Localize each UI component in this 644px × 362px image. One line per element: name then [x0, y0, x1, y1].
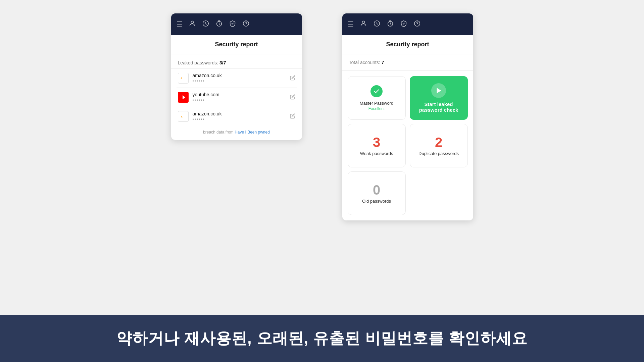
site-info: amazon.co.uk ••••••: [193, 73, 286, 84]
edit-icon[interactable]: [290, 94, 295, 101]
svg-point-0: [191, 21, 193, 23]
left-panel-title: Security report: [215, 41, 258, 48]
shield-icon[interactable]: [400, 20, 407, 29]
total-accounts: Total accounts: 7: [342, 54, 473, 71]
password-list: a amazon.co.uk ••••••: [171, 69, 302, 126]
old-passwords-card[interactable]: 0 Old passwords: [348, 171, 406, 215]
site-info: youtube.com ••••••: [193, 92, 286, 103]
site-password: ••••••: [193, 79, 286, 84]
site-info: amazon.co.uk ••••••: [193, 111, 286, 122]
account-icon[interactable]: [360, 20, 367, 29]
start-leaked-card[interactable]: Start leaked password check: [410, 76, 468, 120]
svg-text:a: a: [181, 76, 183, 80]
site-password: ••••••: [193, 117, 286, 122]
main-area: ☰: [0, 0, 644, 315]
master-password-card[interactable]: Master Password Excellent: [348, 76, 406, 120]
svg-point-7: [362, 21, 364, 23]
account-icon[interactable]: [189, 20, 196, 29]
old-passwords-label: Old passwords: [362, 199, 391, 204]
right-panel: ☰: [342, 13, 473, 220]
leaked-count: 3/7: [219, 60, 226, 65]
clock-icon[interactable]: [373, 20, 381, 29]
weak-passwords-card[interactable]: 3 Weak passwords: [348, 124, 406, 167]
master-password-label: Master Password: [360, 101, 393, 106]
clock-icon[interactable]: [202, 20, 209, 29]
leaked-label: Leaked passwords: 3/7: [178, 60, 226, 65]
duplicate-count: 2: [435, 136, 442, 149]
help-icon[interactable]: [242, 20, 250, 29]
svg-marker-5: [183, 95, 185, 99]
menu-icon[interactable]: ☰: [348, 20, 354, 28]
play-icon-container: [431, 83, 446, 98]
timer-icon[interactable]: [215, 20, 223, 29]
list-item[interactable]: a amazon.co.uk ••••••: [177, 69, 297, 88]
site-name: youtube.com: [193, 92, 286, 97]
total-count: 7: [382, 60, 384, 65]
list-item[interactable]: youtube.com ••••••: [177, 88, 297, 107]
old-count: 0: [373, 183, 380, 197]
banner-text: 약하거나 재사용된, 오래된, 유출된 비밀번호를 확인하세요: [116, 328, 527, 349]
svg-text:a: a: [181, 115, 183, 118]
left-panel: ☰: [171, 13, 302, 140]
youtube-icon: [178, 92, 189, 103]
amazon-icon: a: [178, 73, 189, 84]
edit-icon[interactable]: [290, 75, 295, 82]
timer-icon[interactable]: [387, 20, 394, 29]
duplicate-passwords-label: Duplicate passwords: [418, 151, 459, 156]
left-panel-header: ☰: [171, 13, 302, 35]
shield-icon[interactable]: [229, 20, 236, 29]
weak-count: 3: [373, 136, 380, 149]
site-name: amazon.co.uk: [193, 111, 286, 116]
right-panel-title-bar: Security report: [342, 35, 473, 54]
right-panel-header: ☰: [342, 13, 473, 35]
edit-icon[interactable]: [290, 113, 295, 120]
help-icon[interactable]: [413, 20, 421, 29]
master-password-sublabel: Excellent: [368, 106, 385, 111]
breach-link[interactable]: Have I Been pwned: [235, 130, 270, 135]
weak-passwords-label: Weak passwords: [360, 151, 393, 156]
menu-icon[interactable]: ☰: [177, 20, 183, 28]
bottom-banner: 약하거나 재사용된, 오래된, 유출된 비밀번호를 확인하세요: [0, 315, 644, 362]
amazon-icon: a: [178, 111, 189, 122]
leaked-section: Leaked passwords: 3/7: [171, 54, 302, 69]
site-name: amazon.co.uk: [193, 73, 286, 78]
right-panel-title: Security report: [386, 41, 429, 48]
svg-marker-11: [437, 88, 441, 94]
list-item[interactable]: a amazon.co.uk ••••••: [177, 107, 297, 126]
cards-grid: Master Password Excellent Start leaked p…: [342, 71, 473, 220]
breach-note: breach data from Have I Been pwned: [171, 126, 302, 140]
start-leaked-label: Start leaked password check: [415, 101, 462, 113]
check-icon-container: [370, 85, 383, 97]
site-password: ••••••: [193, 98, 286, 103]
left-panel-title-bar: Security report: [171, 35, 302, 54]
duplicate-passwords-card[interactable]: 2 Duplicate passwords: [410, 124, 468, 167]
